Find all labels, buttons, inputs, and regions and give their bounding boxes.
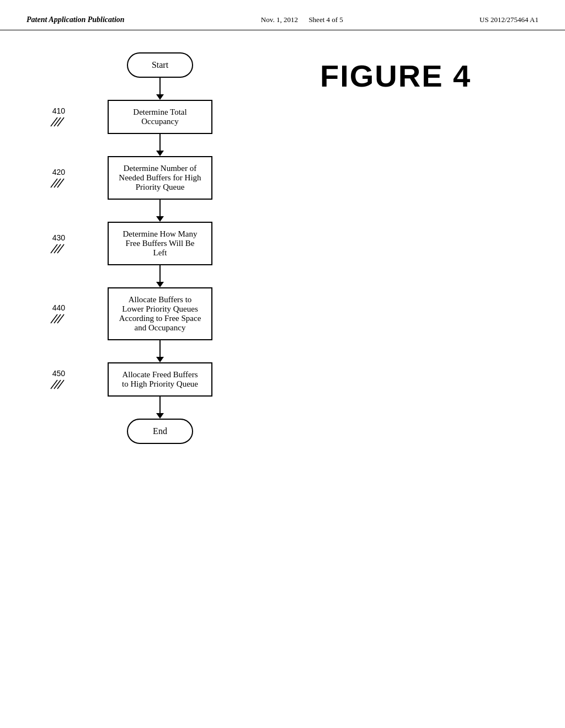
- svg-line-3: [51, 179, 57, 188]
- svg-line-9: [51, 314, 57, 323]
- figure-label: FIGURE 4: [320, 58, 543, 94]
- step-430-text: Determine How Many Free Buffers Will Be …: [123, 229, 198, 257]
- arrow-5: [156, 340, 164, 362]
- step-440-hash: [50, 313, 65, 324]
- publication-date: Nov. 1, 2012 Sheet 4 of 5: [261, 15, 343, 24]
- svg-line-5: [57, 179, 64, 188]
- page-header: Patent Application Publication Nov. 1, 2…: [0, 0, 565, 30]
- step-420-text: Determine Number of Needed Buffers for H…: [119, 164, 201, 191]
- arrow-4: [156, 265, 164, 287]
- arrow-2: [156, 134, 164, 156]
- start-terminal: Start: [127, 52, 193, 78]
- step-420-row: 420 Determine Number of Needed Buffers f…: [22, 156, 298, 200]
- step-410-label: 410: [50, 106, 65, 127]
- svg-line-2: [57, 117, 64, 126]
- step-430-label: 430: [50, 233, 65, 254]
- step-440-box: Allocate Buffers to Lower Priority Queue…: [108, 287, 212, 340]
- step-450-label: 450: [50, 369, 65, 390]
- step-430-box: Determine How Many Free Buffers Will Be …: [108, 222, 212, 265]
- svg-line-0: [51, 117, 57, 126]
- step-420-hash: [50, 178, 65, 189]
- end-terminal: End: [127, 419, 193, 444]
- flowchart: Start 410 Determine Total Occupancy 420: [22, 47, 298, 444]
- svg-line-6: [51, 244, 57, 253]
- svg-line-12: [51, 380, 57, 389]
- step-430-row: 430 Determine How Many Free Buffers Will…: [22, 222, 298, 265]
- step-430-hash: [50, 243, 65, 254]
- step-440-label: 440: [50, 303, 65, 324]
- step-440-row: 440 Allocate Buffers to Lower Priority Q…: [22, 287, 298, 340]
- step-430-number: 430: [52, 233, 65, 242]
- step-440-text: Allocate Buffers to Lower Priority Queue…: [119, 295, 201, 332]
- step-410-text: Determine Total Occupancy: [133, 108, 186, 126]
- main-content: Start 410 Determine Total Occupancy 420: [0, 30, 565, 461]
- step-450-hash: [50, 379, 65, 390]
- step-450-number: 450: [52, 369, 65, 378]
- svg-line-1: [54, 117, 61, 126]
- step-420-box: Determine Number of Needed Buffers for H…: [108, 156, 212, 200]
- arrow-6: [156, 397, 164, 419]
- svg-line-11: [57, 314, 64, 323]
- step-450-row: 450 Allocate Freed Buffers to High Prior…: [22, 362, 298, 397]
- svg-line-7: [54, 244, 61, 253]
- step-410-hash: [50, 116, 65, 127]
- svg-line-8: [57, 244, 64, 253]
- step-440-number: 440: [52, 303, 65, 312]
- figure-label-col: FIGURE 4: [298, 47, 543, 444]
- svg-line-13: [54, 380, 61, 389]
- step-420-number: 420: [52, 168, 65, 176]
- step-450-text: Allocate Freed Buffers to High Priority …: [122, 370, 198, 388]
- svg-line-10: [54, 314, 61, 323]
- svg-line-14: [57, 380, 64, 389]
- step-410-row: 410 Determine Total Occupancy: [22, 100, 298, 134]
- svg-line-4: [54, 179, 61, 188]
- publication-title: Patent Application Publication: [26, 15, 125, 24]
- step-410-number: 410: [52, 106, 65, 115]
- arrow-3: [156, 200, 164, 222]
- step-420-label: 420: [50, 168, 65, 189]
- patent-number: US 2012/275464 A1: [479, 15, 539, 24]
- arrow-1: [156, 78, 164, 100]
- step-410-box: Determine Total Occupancy: [108, 100, 212, 134]
- step-450-box: Allocate Freed Buffers to High Priority …: [108, 362, 212, 397]
